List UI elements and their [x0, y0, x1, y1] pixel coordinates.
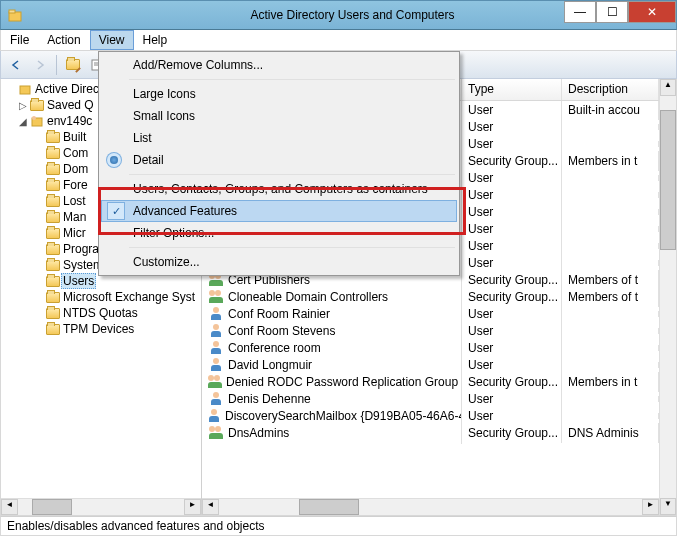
menu-help[interactable]: Help: [134, 30, 177, 50]
user-icon: [210, 392, 223, 405]
menu-advanced-features[interactable]: ✓Advanced Features: [101, 200, 457, 222]
menu-filter-options[interactable]: Filter Options...: [101, 222, 457, 244]
svg-rect-5: [20, 86, 30, 94]
menu-detail[interactable]: Detail: [101, 149, 457, 171]
menu-file[interactable]: File: [1, 30, 38, 50]
folder-icon: [46, 148, 60, 159]
list-vscroll[interactable]: ▲ ▼: [659, 79, 676, 515]
list-hscroll[interactable]: ◄►: [202, 498, 659, 515]
status-bar: Enables/disables advanced features and o…: [0, 516, 677, 536]
folder-icon: [46, 212, 60, 223]
menu-add-remove-columns[interactable]: Add/Remove Columns...: [101, 54, 457, 76]
group-icon: [208, 375, 222, 388]
group-icon: [209, 290, 223, 303]
user-icon: [208, 409, 221, 422]
svg-rect-1: [9, 10, 15, 13]
menu-view[interactable]: View: [90, 30, 134, 50]
menu-small-icons[interactable]: Small Icons: [101, 105, 457, 127]
back-button[interactable]: [5, 54, 27, 76]
minimize-button[interactable]: —: [564, 1, 596, 23]
col-type[interactable]: Type: [462, 79, 562, 100]
radio-indicator: [110, 156, 118, 164]
folder-icon: [46, 132, 60, 143]
tree-hscroll[interactable]: ◄►: [1, 498, 201, 515]
folder-icon: [46, 292, 60, 303]
folder-icon: [46, 228, 60, 239]
toolbar-new-folder[interactable]: [62, 54, 84, 76]
col-description[interactable]: Description: [562, 79, 659, 100]
folder-icon: [46, 164, 60, 175]
maximize-button[interactable]: ☐: [596, 1, 628, 23]
title-bar: Active Directory Users and Computers — ☐…: [0, 0, 677, 30]
app-icon: [7, 7, 23, 23]
folder-icon: [46, 244, 60, 255]
menu-list[interactable]: List: [101, 127, 457, 149]
forward-button[interactable]: [29, 54, 51, 76]
user-icon: [210, 307, 223, 320]
close-button[interactable]: ✕: [628, 1, 676, 23]
tree-item[interactable]: NTDS Quotas: [3, 305, 201, 321]
tree-item[interactable]: Microsoft Exchange Syst: [3, 289, 201, 305]
user-icon: [210, 341, 223, 354]
svg-point-7: [32, 116, 36, 120]
user-icon: [210, 358, 223, 371]
menu-customize[interactable]: Customize...: [101, 251, 457, 273]
view-menu-panel: Add/Remove Columns... Large Icons Small …: [98, 51, 460, 276]
menu-bar: File Action View Help: [0, 30, 677, 51]
folder-icon: [46, 196, 60, 207]
folder-icon: [46, 276, 60, 287]
menu-large-icons[interactable]: Large Icons: [101, 83, 457, 105]
folder-icon: [46, 324, 60, 335]
menu-users-containers[interactable]: Users, Contacts, Groups, and Computers a…: [101, 178, 457, 200]
folder-icon: [46, 180, 60, 191]
check-icon: ✓: [107, 202, 125, 220]
tree-item[interactable]: TPM Devices: [3, 321, 201, 337]
group-icon: [209, 426, 223, 439]
user-icon: [210, 324, 223, 337]
list-row[interactable]: DnsAdminsSecurity Group...DNS Adminis: [202, 424, 659, 441]
menu-action[interactable]: Action: [38, 30, 89, 50]
folder-icon: [46, 260, 60, 271]
folder-icon: [46, 308, 60, 319]
folder-icon: [30, 100, 44, 111]
